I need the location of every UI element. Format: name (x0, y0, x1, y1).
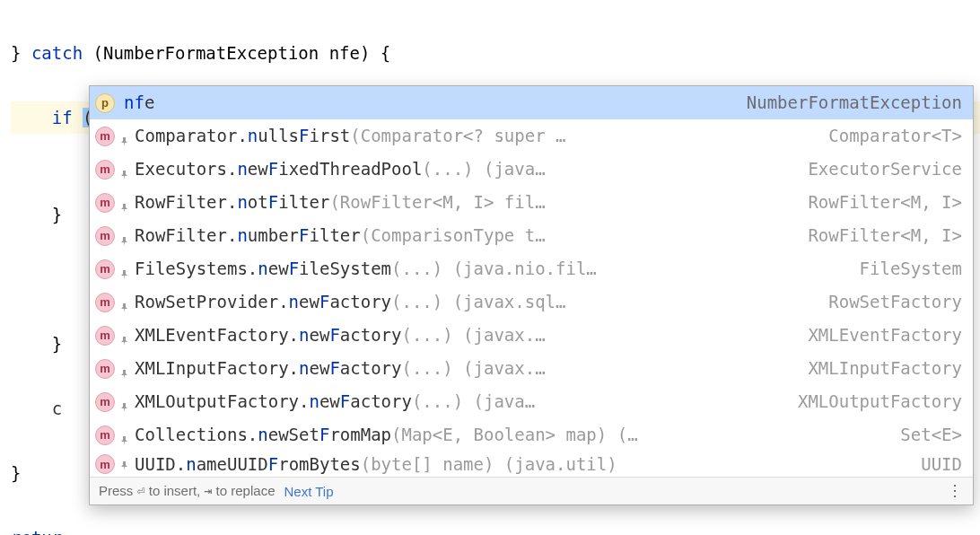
next-tip-link[interactable]: Next Tip (284, 484, 333, 499)
completion-label: Comparator.nullsFirst(Comparator<? super… (135, 123, 566, 149)
completion-return-type: RowFilter<M, I> (808, 189, 962, 215)
completion-return-type: XMLInputFactory (808, 355, 962, 382)
pin-icon (120, 370, 129, 379)
method-icon: m (95, 226, 115, 246)
pin-icon (120, 137, 129, 146)
pin-icon (120, 461, 129, 470)
completion-label: Collections.newSetFromMap(Map<E, Boolean… (135, 422, 638, 448)
code-line: retur (11, 522, 980, 535)
completion-label: FileSystems.newFileSystem(...) (java.nio… (135, 256, 597, 282)
completion-label: XMLEventFactory.newFactory(...) (javax.… (135, 322, 546, 348)
pin-icon (120, 270, 129, 279)
completion-label: UUID.nameUUIDFromBytes(byte[] name) (jav… (135, 452, 617, 477)
completion-item[interactable]: mRowSetProvider.newFactory(...) (javax.s… (90, 285, 973, 319)
completion-return-type: UUID (921, 452, 962, 477)
completion-return-type: RowSetFactory (828, 289, 962, 315)
completion-item[interactable]: mExecutors.newFixedThreadPool(...) (java… (90, 153, 973, 186)
completion-return-type: XMLEventFactory (808, 322, 962, 348)
completion-footer: Press ⏎ to insert, ⇥ to replace Next Tip… (90, 477, 973, 504)
completion-label: Executors.newFixedThreadPool(...) (java… (135, 156, 546, 182)
method-icon: m (95, 359, 115, 379)
method-icon: m (95, 326, 115, 346)
completion-label: nfe (124, 90, 154, 116)
method-icon: m (95, 425, 115, 445)
footer-text: Press ⏎ to insert, ⇥ to replace (99, 483, 275, 499)
completion-label: XMLOutputFactory.newFactory(...) (java… (135, 389, 535, 415)
completion-popup: pnfeNumberFormatExceptionmComparator.nul… (89, 85, 974, 505)
completion-return-type: RowFilter<M, I> (808, 223, 962, 249)
completion-item[interactable]: mRowFilter.numberFilter(ComparisonType t… (90, 219, 973, 252)
completion-return-type: Set<E> (900, 422, 962, 448)
more-options-icon[interactable]: ⋯ (946, 483, 966, 500)
parameter-icon: p (95, 93, 115, 113)
method-icon: m (95, 160, 115, 180)
completion-item[interactable]: mXMLInputFactory.newFactory(...) (javax.… (90, 352, 973, 385)
pin-icon (120, 171, 129, 180)
method-icon: m (95, 454, 115, 474)
method-icon: m (95, 193, 115, 213)
completion-label: RowFilter.numberFilter(ComparisonType t… (135, 223, 546, 249)
method-icon: m (95, 259, 115, 279)
completion-return-type: NumberFormatException (747, 90, 962, 116)
completion-label: RowSetProvider.newFactory(...) (javax.sq… (135, 289, 566, 315)
pin-icon (120, 303, 129, 312)
pin-icon (120, 403, 129, 412)
completion-item[interactable]: mFileSystems.newFileSystem(...) (java.ni… (90, 252, 973, 285)
method-icon: m (95, 127, 115, 146)
code-line: } catch (NumberFormatException nfe) { (11, 37, 980, 69)
completion-item[interactable]: mRowFilter.notFilter(RowFilter<M, I> fil… (90, 186, 973, 219)
completion-item[interactable]: mCollections.newSetFromMap(Map<E, Boolea… (90, 418, 973, 452)
completion-item[interactable]: pnfeNumberFormatException (90, 86, 973, 119)
completion-label: RowFilter.notFilter(RowFilter<M, I> fil… (135, 189, 546, 215)
completion-item[interactable]: mComparator.nullsFirst(Comparator<? supe… (90, 119, 973, 153)
completion-return-type: Comparator<T> (828, 123, 962, 149)
completion-item[interactable]: mUUID.nameUUIDFromBytes(byte[] name) (ja… (90, 452, 973, 477)
pin-icon (120, 436, 129, 445)
method-icon: m (95, 293, 115, 312)
completion-item[interactable]: mXMLEventFactory.newFactory(...) (javax.… (90, 319, 973, 352)
completion-return-type: FileSystem (860, 256, 962, 282)
completion-item[interactable]: mXMLOutputFactory.newFactory(...) (java…… (90, 385, 973, 418)
completion-list[interactable]: pnfeNumberFormatExceptionmComparator.nul… (90, 86, 973, 477)
pin-icon (120, 337, 129, 346)
pin-icon (120, 237, 129, 246)
method-icon: m (95, 392, 115, 412)
completion-return-type: XMLOutputFactory (798, 389, 962, 415)
completion-return-type: ExecutorService (808, 156, 962, 182)
completion-label: XMLInputFactory.newFactory(...) (javax.… (135, 355, 546, 382)
pin-icon (120, 204, 129, 213)
